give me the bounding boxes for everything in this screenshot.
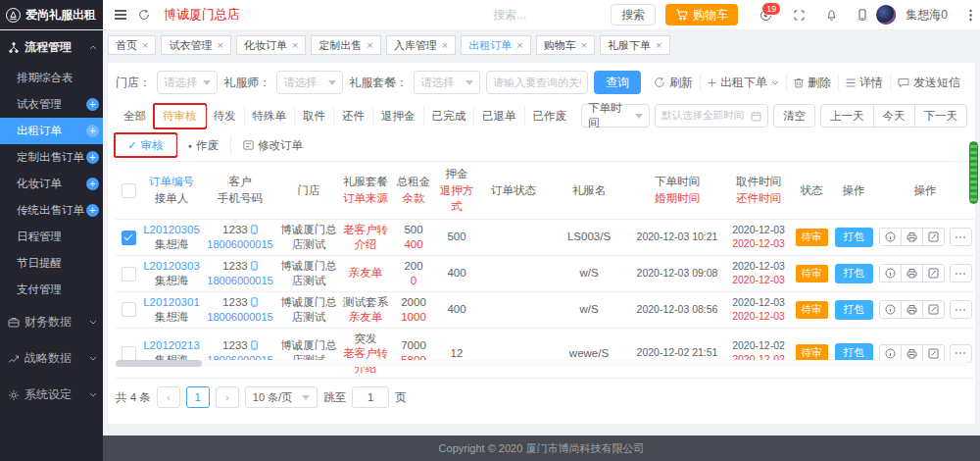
page-size-select[interactable]: 10 条/页 <box>245 386 318 408</box>
edit-button[interactable] <box>922 301 944 318</box>
close-icon[interactable]: × <box>217 39 222 51</box>
refresh-icon[interactable] <box>138 9 150 21</box>
printer-button[interactable] <box>901 345 922 362</box>
row-checkbox[interactable] <box>122 267 136 282</box>
status-tab[interactable]: 特殊单 <box>244 106 295 127</box>
tab[interactable]: 化妆订单× <box>236 35 306 55</box>
horizontal-scrollbar-thumb[interactable] <box>116 360 202 367</box>
close-icon[interactable]: × <box>516 39 522 51</box>
send-sms-button[interactable]: 发送短信 <box>890 74 967 91</box>
info-button[interactable] <box>880 229 901 245</box>
order-no-link[interactable]: L20120303 <box>143 259 200 274</box>
close-icon[interactable]: × <box>656 39 662 51</box>
tab[interactable]: 试衣管理× <box>161 35 230 55</box>
add-icon[interactable]: + <box>86 125 99 137</box>
next-page-button[interactable]: › <box>216 386 239 408</box>
status-tab[interactable]: 待发 <box>205 106 244 127</box>
add-icon[interactable]: + <box>86 98 99 111</box>
message-center-icon[interactable]: 19 <box>760 9 772 22</box>
more-button[interactable] <box>950 228 972 246</box>
edit-button[interactable] <box>922 345 944 362</box>
page-number-button[interactable]: 1 <box>186 386 210 408</box>
status-tab[interactable]: 还件 <box>333 106 372 127</box>
order-no-link[interactable]: L20120213 <box>143 338 200 353</box>
today-button[interactable]: 今天 <box>873 104 915 128</box>
more-menu-icon[interactable] <box>969 9 972 22</box>
row-checkbox[interactable] <box>122 230 136 245</box>
add-icon[interactable]: + <box>86 151 99 164</box>
avatar[interactable] <box>876 5 896 25</box>
sidebar-item[interactable]: 日程管理 <box>0 224 103 250</box>
status-tab[interactable]: 取件 <box>294 106 333 127</box>
status-tab[interactable]: 退押金 <box>372 106 423 127</box>
sidebar-group-process[interactable]: 流程管理 <box>0 30 103 65</box>
info-button[interactable] <box>880 265 901 282</box>
bell-icon[interactable] <box>826 9 837 21</box>
stylist-select[interactable]: 请选择 <box>276 71 343 94</box>
info-button[interactable] <box>880 301 901 318</box>
status-tab[interactable]: 已退单 <box>473 106 524 127</box>
tab[interactable]: 出租订单× <box>461 35 530 55</box>
row-checkbox[interactable] <box>122 346 136 361</box>
close-icon[interactable]: × <box>581 39 587 51</box>
sidebar-item[interactable]: 化妆订单+ <box>0 171 103 197</box>
refresh-button[interactable]: 刷新 <box>647 74 700 91</box>
approve-button[interactable]: ✓审核 <box>116 135 175 155</box>
cart-button[interactable]: 购物车 <box>665 4 738 26</box>
close-icon[interactable]: × <box>367 39 372 51</box>
void-button[interactable]: ●作废 <box>175 135 230 155</box>
jump-input[interactable] <box>352 386 389 408</box>
delete-button[interactable]: 删除 <box>786 74 838 91</box>
create-rental-order-button[interactable]: 出租下单 <box>700 74 786 91</box>
sidebar-item[interactable]: 排期综合表 <box>0 65 103 91</box>
sidebar-item[interactable]: 节日提醒 <box>0 250 103 277</box>
pack-button[interactable]: 打包 <box>835 228 873 247</box>
status-tab[interactable]: 已作废 <box>524 106 575 127</box>
sort-field-select[interactable]: 下单时间 <box>581 104 650 128</box>
tab[interactable]: 礼服下单× <box>600 35 669 55</box>
status-tab[interactable]: 待审核 <box>154 106 205 127</box>
sidebar-item[interactable]: 传统出售订单+ <box>0 197 103 224</box>
close-icon[interactable]: × <box>142 39 148 51</box>
tab[interactable]: 入库管理× <box>386 35 456 55</box>
order-no-link[interactable]: L20120301 <box>143 295 200 310</box>
sidebar-item[interactable]: 支付管理 <box>0 277 103 303</box>
close-icon[interactable]: × <box>442 39 448 51</box>
horizontal-scrollbar[interactable] <box>116 360 967 367</box>
tab[interactable]: 首页× <box>108 35 156 55</box>
status-tab[interactable]: 全部 <box>116 106 154 127</box>
sidebar-group[interactable]: 财务数据 <box>0 305 103 339</box>
order-no-link[interactable]: L20120305 <box>143 223 200 237</box>
pack-button[interactable]: 打包 <box>835 264 873 283</box>
prev-page-button[interactable]: ‹ <box>157 386 180 408</box>
mobile-icon[interactable] <box>858 9 866 21</box>
package-select[interactable]: 请选择 <box>414 71 480 94</box>
customer-phone-link[interactable]: 18006000015 <box>204 237 276 251</box>
row-checkbox[interactable] <box>122 302 136 317</box>
edit-button[interactable] <box>922 229 944 245</box>
store-select[interactable]: 请选择 <box>157 71 218 94</box>
vertical-scrollbar[interactable] <box>969 141 978 204</box>
detail-button[interactable]: 详情 <box>838 74 890 91</box>
fullscreen-icon[interactable] <box>794 10 805 21</box>
customer-phone-link[interactable]: 18006000015 <box>204 274 276 287</box>
sidebar-group[interactable]: 战略数据 <box>0 341 103 376</box>
select-all-checkbox[interactable] <box>122 183 136 198</box>
more-button[interactable] <box>950 264 972 282</box>
sidebar-item[interactable]: 试衣管理+ <box>0 91 103 118</box>
next-day-button[interactable]: 下一天 <box>914 104 968 128</box>
printer-button[interactable] <box>901 265 922 282</box>
keyword-input[interactable] <box>486 71 588 94</box>
sidebar-item[interactable]: 出租订单+ <box>0 118 103 144</box>
sidebar-group[interactable]: 系统设定 <box>0 378 103 412</box>
close-icon[interactable]: × <box>292 39 298 51</box>
pack-button[interactable]: 打包 <box>835 300 873 320</box>
modify-order-button[interactable]: 修改订单 <box>230 135 315 155</box>
sidebar-item[interactable]: 定制出售订单+ <box>0 144 103 171</box>
query-button[interactable]: 查询 <box>594 71 641 94</box>
menu-collapse-icon[interactable] <box>115 10 126 20</box>
add-icon[interactable]: + <box>86 204 99 217</box>
add-icon[interactable]: + <box>86 178 99 190</box>
tab[interactable]: 购物车× <box>536 35 595 55</box>
printer-button[interactable] <box>901 301 922 318</box>
